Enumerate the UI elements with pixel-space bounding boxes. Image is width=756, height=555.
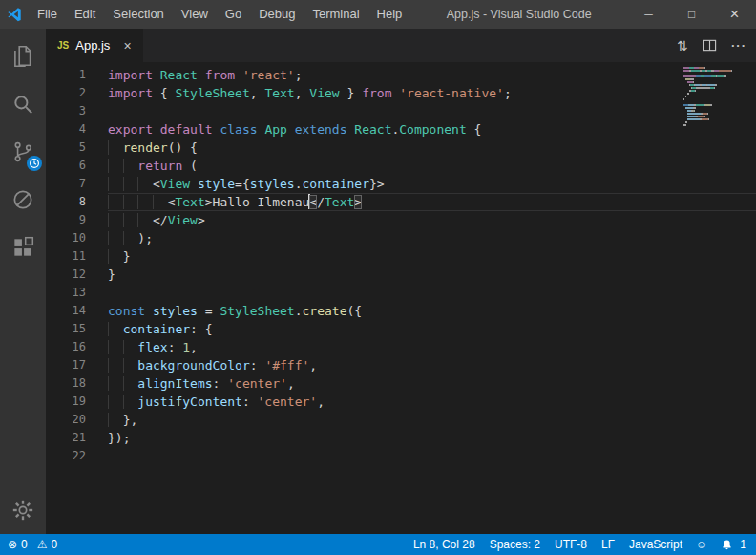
code-line-8[interactable]: 8 <Text>Hallo Ilmenau</Text> <box>46 193 756 211</box>
status-cursor-position[interactable]: Ln 8, Col 28 <box>413 538 475 551</box>
line-number: 20 <box>46 411 108 429</box>
code-line-19[interactable]: 19 justifyContent: 'center', <box>46 393 756 411</box>
code-line-17[interactable]: 17 backgroundColor: '#fff', <box>46 356 756 374</box>
code-line-text: render() { <box>108 139 756 157</box>
notifications-bell[interactable]: 1 <box>721 538 746 551</box>
code-line-text: } <box>108 247 756 266</box>
tab-close-icon[interactable]: × <box>123 38 131 53</box>
code-line-text: container: { <box>108 320 756 338</box>
line-number: 11 <box>46 247 108 266</box>
code-line-12[interactable]: 12} <box>46 266 756 284</box>
status-bar-right: Ln 8, Col 28Spaces: 2UTF-8LFJavaScript ☺… <box>413 538 746 551</box>
more-actions-icon[interactable]: ··· <box>731 38 746 53</box>
errors-count: 0 <box>21 538 28 551</box>
status-bar-left: ⊗0⚠0 <box>8 538 57 551</box>
menu-view[interactable]: View <box>173 0 217 29</box>
code-line-22[interactable]: 22 <box>46 447 756 465</box>
window-close-button[interactable]: × <box>713 0 756 29</box>
menu-selection[interactable]: Selection <box>104 0 172 29</box>
window-controls: ─ □ × <box>627 0 756 29</box>
status-encoding[interactable]: UTF-8 <box>555 538 587 551</box>
code-line-text: const styles = StyleSheet.create({ <box>108 302 756 320</box>
tab-appjs[interactable]: JS App.js × <box>46 29 143 62</box>
line-number: 10 <box>46 229 108 247</box>
window-minimize-button[interactable]: ─ <box>627 0 670 29</box>
code-line-10[interactable]: 10 ); <box>46 229 756 247</box>
activity-explorer[interactable] <box>0 32 46 80</box>
status-warnings[interactable]: ⚠0 <box>37 538 57 551</box>
menu-debug[interactable]: Debug <box>250 0 304 29</box>
code-line-9[interactable]: 9 </View> <box>46 211 756 229</box>
line-number: 3 <box>46 102 108 120</box>
line-number: 21 <box>46 429 108 447</box>
scm-sync-badge <box>27 156 42 171</box>
status-bar: ⊗0⚠0 Ln 8, Col 28Spaces: 2UTF-8LFJavaScr… <box>0 534 756 555</box>
code-line-13[interactable]: 13 <box>46 284 756 302</box>
settings-gear-icon <box>10 498 35 523</box>
code-line-text <box>108 284 756 302</box>
code-line-5[interactable]: 5 render() { <box>46 139 756 157</box>
line-number: 4 <box>46 120 108 139</box>
line-number: 9 <box>46 211 108 229</box>
code-line-6[interactable]: 6 return ( <box>46 157 756 175</box>
code-line-2[interactable]: 2import { StyleSheet, Text, View } from … <box>46 84 756 102</box>
split-editor-icon[interactable] <box>703 38 717 53</box>
javascript-file-icon: JS <box>57 40 69 51</box>
minimap[interactable] <box>683 67 745 130</box>
window-maximize-button[interactable]: □ <box>670 0 713 29</box>
open-changes-icon[interactable]: ⇅ <box>677 38 688 53</box>
line-number: 17 <box>46 356 108 374</box>
editor[interactable]: 1import React from 'react';2import { Sty… <box>46 62 756 534</box>
code-line-text <box>108 102 756 120</box>
status-eol[interactable]: LF <box>601 538 615 551</box>
tab-bar: JS App.js × ⇅ ··· <box>46 29 756 62</box>
activity-search[interactable] <box>0 80 46 128</box>
debug-icon <box>10 187 35 212</box>
line-number: 7 <box>46 175 108 193</box>
line-number: 12 <box>46 266 108 284</box>
activity-extensions[interactable] <box>0 224 46 271</box>
status-indentation[interactable]: Spaces: 2 <box>490 538 540 551</box>
code-line-4[interactable]: 4export default class App extends React.… <box>46 120 756 139</box>
code-area[interactable]: 1import React from 'react';2import { Sty… <box>46 66 756 465</box>
clock-icon <box>29 158 40 169</box>
menu-go[interactable]: Go <box>217 0 250 29</box>
code-line-14[interactable]: 14const styles = StyleSheet.create({ <box>46 302 756 320</box>
code-line-text: <Text>Hallo Ilmenau</Text> <box>108 193 756 211</box>
code-line-text: export default class App extends React.C… <box>108 120 756 139</box>
activity-debug[interactable] <box>0 176 46 224</box>
line-number: 13 <box>46 284 108 302</box>
tab-label: App.js <box>75 38 110 53</box>
vscode-window: FileEditSelectionViewGoDebugTerminalHelp… <box>0 0 756 555</box>
code-line-15[interactable]: 15 container: { <box>46 320 756 338</box>
menu-file[interactable]: File <box>29 0 66 29</box>
activity-source-control[interactable] <box>0 128 46 176</box>
menu-help[interactable]: Help <box>368 0 411 29</box>
code-line-text: import { StyleSheet, Text, View } from '… <box>108 84 756 102</box>
code-line-16[interactable]: 16 flex: 1, <box>46 338 756 356</box>
code-line-text: alignItems: 'center', <box>108 374 756 393</box>
status-errors[interactable]: ⊗0 <box>8 538 28 551</box>
activity-settings[interactable] <box>0 486 46 534</box>
code-line-text: <View style={styles.container}> <box>108 175 756 193</box>
code-line-11[interactable]: 11 } <box>46 247 756 266</box>
line-number: 2 <box>46 84 108 102</box>
code-line-7[interactable]: 7 <View style={styles.container}> <box>46 175 756 193</box>
line-number: 15 <box>46 320 108 338</box>
activity-bar <box>0 29 46 534</box>
feedback-smiley-icon[interactable]: ☺ <box>696 538 707 551</box>
code-line-3[interactable]: 3 <box>46 102 756 120</box>
code-line-20[interactable]: 20 }, <box>46 411 756 429</box>
code-line-text: } <box>108 266 756 284</box>
code-line-21[interactable]: 21}); <box>46 429 756 447</box>
code-line-1[interactable]: 1import React from 'react'; <box>46 66 756 84</box>
code-line-text <box>108 447 756 465</box>
window-title: App.js - Visual Studio Code <box>410 8 627 21</box>
code-line-text: }); <box>108 429 756 447</box>
editor-group: JS App.js × ⇅ ··· 1import React from 're… <box>46 29 756 534</box>
code-line-18[interactable]: 18 alignItems: 'center', <box>46 374 756 393</box>
menu-terminal[interactable]: Terminal <box>304 0 368 29</box>
warnings-icon: ⚠ <box>37 538 48 551</box>
status-language-mode[interactable]: JavaScript <box>629 538 682 551</box>
menu-edit[interactable]: Edit <box>66 0 104 29</box>
